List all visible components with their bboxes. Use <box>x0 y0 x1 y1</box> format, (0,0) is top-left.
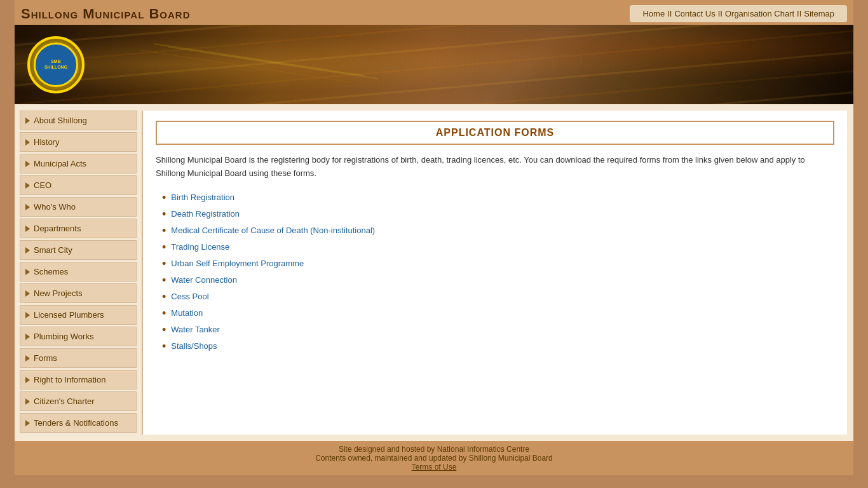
banner-decoration <box>15 25 853 104</box>
sidebar-item-history[interactable]: History <box>20 132 137 152</box>
top-navigation: Home II Contact Us II Organisation Chart… <box>630 5 847 22</box>
arrow-icon <box>25 139 30 146</box>
sidebar-item-smart-city[interactable]: Smart City <box>20 240 137 260</box>
form-link-stalls-shops[interactable]: Stalls/Shops <box>171 341 217 351</box>
list-item[interactable]: Medical Certificate of Cause of Death (N… <box>162 222 834 239</box>
form-link-birth[interactable]: Birth Registration <box>171 193 234 202</box>
page-title: APPLICATION FORMS <box>156 121 834 145</box>
main-area: About Shillong History Municipal Acts CE… <box>15 104 853 441</box>
form-link-trading[interactable]: Trading License <box>171 242 229 252</box>
sidebar-item-licensed-plumbers[interactable]: Licensed Plumbers <box>20 305 137 325</box>
arrow-icon <box>25 204 30 210</box>
arrow-icon <box>25 247 30 254</box>
nav-org-chart[interactable]: Organisation Chart <box>725 9 794 18</box>
sidebar-item-about-shillong[interactable]: About Shillong <box>20 111 137 130</box>
sidebar-item-schemes[interactable]: Schemes <box>20 262 137 281</box>
arrow-icon <box>25 161 30 167</box>
list-item[interactable]: Death Registration <box>162 206 834 222</box>
site-title: Shillong Municipal Board <box>21 6 191 22</box>
sidebar-item-new-projects[interactable]: New Projects <box>20 283 137 303</box>
nav-home[interactable]: Home <box>642 9 665 18</box>
sidebar-item-whos-who[interactable]: Who's Who <box>20 197 137 217</box>
content-description: Shillong Municipal Board is the register… <box>156 154 834 180</box>
arrow-icon <box>25 312 30 318</box>
arrow-icon <box>25 334 30 340</box>
sidebar-item-right-to-information[interactable]: Right to Information <box>20 370 137 390</box>
application-forms-list: Birth Registration Death Registration Me… <box>156 189 834 355</box>
list-item[interactable]: Stalls/Shops <box>162 338 834 355</box>
sidebar-item-ceo[interactable]: CEO <box>20 175 137 195</box>
arrow-icon <box>25 420 30 426</box>
sidebar-item-municipal-acts[interactable]: Municipal Acts <box>20 154 137 173</box>
arrow-icon <box>25 377 30 383</box>
list-item[interactable]: Water Tanker <box>162 322 834 338</box>
list-item[interactable]: Water Connection <box>162 272 834 288</box>
sidebar-item-plumbing-works[interactable]: Plumbing Works <box>20 327 137 346</box>
arrow-icon <box>25 182 30 189</box>
terms-of-use-link[interactable]: Terms of Use <box>412 463 457 471</box>
list-item[interactable]: Trading License <box>162 239 834 255</box>
logo: SMBSHILLONG <box>27 36 85 93</box>
footer-line2: Contents owned, maintained and updated b… <box>18 454 850 463</box>
arrow-icon <box>25 226 30 232</box>
form-link-urban-employment[interactable]: Urban Self Employment Programme <box>171 259 304 268</box>
footer-terms: Terms of Use <box>18 463 850 471</box>
sidebar: About Shillong History Municipal Acts CE… <box>15 104 142 441</box>
svg-rect-0 <box>15 25 853 104</box>
arrow-icon <box>25 398 30 405</box>
list-item[interactable]: Birth Registration <box>162 189 834 206</box>
sidebar-item-tenders-notifications[interactable]: Tenders & Notifications <box>20 413 137 433</box>
sidebar-item-departments[interactable]: Departments <box>20 219 137 238</box>
arrow-icon <box>25 290 30 297</box>
nav-sitemap[interactable]: Sitemap <box>804 9 834 18</box>
list-item[interactable]: Urban Self Employment Programme <box>162 255 834 272</box>
nav-contact[interactable]: Contact Us <box>674 9 715 18</box>
banner-image: SMBSHILLONG <box>15 25 853 104</box>
footer-line1: Site designed and hosted by National Inf… <box>18 445 850 454</box>
form-link-water-tanker[interactable]: Water Tanker <box>171 325 220 334</box>
form-link-water-connection[interactable]: Water Connection <box>171 275 237 285</box>
arrow-icon <box>25 355 30 362</box>
list-item[interactable]: Cess Pool <box>162 288 834 305</box>
arrow-icon <box>25 269 30 275</box>
form-link-cess-pool[interactable]: Cess Pool <box>171 292 208 301</box>
sidebar-item-forms[interactable]: Forms <box>20 348 137 368</box>
form-link-medical-cert[interactable]: Medical Certificate of Cause of Death (N… <box>171 226 375 235</box>
list-item[interactable]: Mutation <box>162 305 834 322</box>
content-area: APPLICATION FORMS Shillong Municipal Boa… <box>142 111 847 435</box>
sidebar-item-citizens-charter[interactable]: Citizen's Charter <box>20 391 137 411</box>
footer: Site designed and hosted by National Inf… <box>15 441 853 475</box>
arrow-icon <box>25 118 30 124</box>
form-link-mutation[interactable]: Mutation <box>171 308 203 318</box>
form-link-death[interactable]: Death Registration <box>171 209 240 219</box>
